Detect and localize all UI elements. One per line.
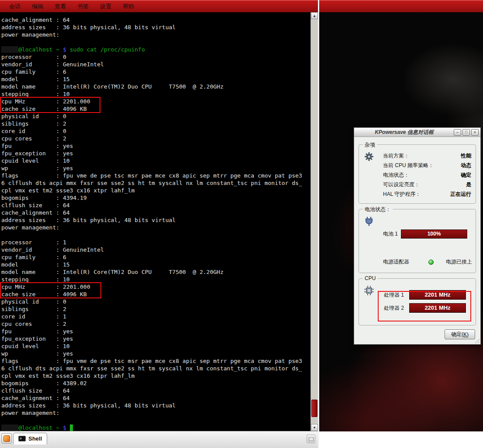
menu-view[interactable]: 查看: [49, 0, 72, 12]
terminal-line: flags : fpu vme de pse tsc msr pae mce c…: [1, 357, 302, 365]
terminal-segment: @localhost ~: [18, 424, 59, 431]
cpu-chip-icon: [364, 285, 374, 296]
misc-value: 确定: [461, 171, 471, 179]
group-cpu-title: CPU: [363, 275, 377, 281]
terminal-line: processor : 1: [1, 239, 302, 246]
scrollbar-thumb[interactable]: [311, 400, 317, 417]
maximize-icon[interactable]: □: [462, 129, 470, 136]
menu-bookmarks[interactable]: 书签: [72, 0, 94, 12]
terminal-cursor: [70, 424, 73, 431]
terminal-line: cpuid level : 10: [1, 342, 302, 350]
misc-row-battery-state: 电池状态： 确定: [383, 170, 471, 180]
terminal-output: cache_alignment : 64address sizes : 36 b…: [1, 16, 302, 431]
misc-row-hal-daemon: HAL 守护程序： 正在运行: [383, 189, 471, 199]
terminal-line: @localhost ~ $: [1, 424, 302, 431]
battery-charge-bar: 100%: [401, 229, 467, 239]
terminal-line: address sizes : 36 bits physical, 48 bit…: [1, 402, 302, 409]
desktop: 会话 编辑 查看 书签 设置 帮助 cache_alignment : 64ad…: [0, 0, 483, 448]
terminal-line: [1, 38, 302, 46]
kpowersave-dialog: KPowersave 信息对话框 – □ × 杂项 当前方案：: [354, 127, 481, 345]
terminal-segment: [1, 46, 18, 53]
terminal-segment: sudo cat /proc/cpuinfo: [70, 46, 145, 53]
terminal-line: cpuid level : 10: [1, 157, 302, 164]
menu-edit[interactable]: 编辑: [26, 0, 49, 12]
terminal-segment: $: [63, 424, 66, 431]
terminal-line: [1, 231, 302, 239]
terminal-segment: [66, 424, 70, 431]
adapter-label: 电源适配器: [383, 258, 420, 266]
terminal-line: cpu family : 6: [1, 68, 302, 75]
scroll-down-icon[interactable]: ▼: [311, 424, 318, 431]
terminal-line: cache_alignment : 64: [1, 16, 302, 24]
terminal-screen[interactable]: cache_alignment : 64address sizes : 36 b…: [0, 12, 318, 431]
ok-button-accel: K: [463, 332, 467, 338]
misc-row-brightness: 可以设定亮度： 是: [383, 180, 471, 189]
terminal-segment: [59, 424, 63, 431]
terminal-line: clflush size : 64: [1, 202, 302, 209]
terminal-line: processor : 0: [1, 53, 302, 61]
adapter-status: 电源已接上: [446, 258, 472, 266]
terminal-line: cache_alignment : 64: [1, 394, 302, 402]
scroll-up-icon[interactable]: ▲: [311, 12, 318, 19]
background-window-titlebar: [319, 0, 483, 12]
terminal-line: wp : yes: [1, 350, 302, 357]
power-online-led-icon: [428, 260, 434, 265]
battery-label: 电池 1: [383, 230, 398, 238]
menu-help[interactable]: 帮助: [117, 0, 140, 12]
ok-button-text: 确定(: [451, 331, 463, 338]
terminal-scrollbar[interactable]: ▲ ▼: [310, 12, 318, 431]
terminal-line: 6 clflush dts acpi mmx fxsr sse sse2 ss …: [1, 365, 302, 372]
highlight-box-cpu-mhz-1: [0, 97, 100, 113]
misc-value: 动态: [461, 162, 471, 169]
terminal-line: cpl vmx est tm2 ssse3 cx16 xtpr lahf_lm: [1, 372, 302, 380]
terminal-line: fpu_exception : yes: [1, 150, 302, 157]
terminal-segment: [59, 46, 63, 53]
terminal-line: @localhost ~ $ sudo cat /proc/cpuinfo: [1, 46, 302, 53]
terminal-line: fpu : yes: [1, 328, 302, 335]
terminal-line: 6 clflush dts acpi mmx fxsr sse sse2 ss …: [1, 179, 302, 187]
terminal-line: power management:: [1, 224, 302, 231]
terminal-line: flags : fpu vme de pse tsc msr pae mce c…: [1, 172, 302, 179]
close-icon[interactable]: ×: [471, 129, 479, 136]
misc-label: 电池状态：: [383, 171, 409, 179]
power-plug-icon: [364, 216, 374, 226]
ok-button[interactable]: 确定(K): [445, 329, 475, 339]
terminal-line: wp : yes: [1, 164, 302, 172]
tab-shell[interactable]: > Shell: [13, 433, 47, 445]
terminal-line: model : 15: [1, 261, 302, 268]
terminal-line: cpu cores : 2: [1, 320, 302, 328]
ok-button-text-close: ): [467, 332, 469, 338]
new-session-button[interactable]: [1, 433, 12, 444]
menu-session[interactable]: 会话: [3, 0, 26, 12]
tab-label: Shell: [28, 435, 42, 442]
gear-icon: [364, 151, 374, 162]
terminal-line: core id : 0: [1, 127, 302, 135]
terminal-line: vendor_id : GenuineIntel: [1, 246, 302, 253]
terminal-segment: @localhost ~: [18, 46, 59, 53]
tab-list-button[interactable]: [307, 434, 315, 443]
terminal-line: siblings : 2: [1, 305, 302, 313]
minimize-icon[interactable]: –: [454, 129, 461, 136]
terminal-line: fpu : yes: [1, 142, 302, 150]
terminal-line: physical id : 0: [1, 113, 302, 120]
terminal-line: fpu_exception : yes: [1, 335, 302, 342]
terminal-line: model : 15: [1, 75, 302, 83]
misc-label: HAL 守护程序：: [383, 191, 421, 198]
terminal-line: vendor_id : GenuineIntel: [1, 61, 302, 68]
dialog-title: KPowersave 信息对话框: [356, 129, 452, 136]
terminal-icon: >: [18, 436, 26, 441]
tab-bar: > Shell: [0, 431, 318, 448]
terminal-line: bogomips : 4394.19: [1, 194, 302, 202]
dialog-titlebar[interactable]: KPowersave 信息对话框 – □ ×: [354, 128, 480, 137]
terminal-segment: [66, 46, 70, 53]
new-session-icon: [3, 435, 10, 442]
highlight-box-cpu-mhz-2: [0, 282, 101, 298]
terminal-line: model name : Intel(R) Core(TM)2 Duo CPU …: [1, 83, 302, 90]
tab-list-icon: [309, 437, 314, 441]
misc-label: 可以设定亮度：: [383, 181, 420, 188]
terminal-line: model name : Intel(R) Core(TM)2 Duo CPU …: [1, 268, 302, 276]
misc-row-cpu-policy: 当前 CPU 频率策略： 动态: [383, 161, 471, 170]
misc-value: 正在运行: [450, 191, 471, 198]
menu-settings[interactable]: 设置: [94, 0, 117, 12]
terminal-line: address sizes : 36 bits physical, 48 bit…: [1, 216, 302, 224]
